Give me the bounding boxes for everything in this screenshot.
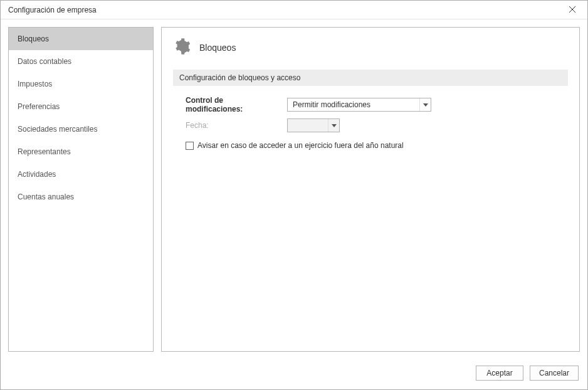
close-icon xyxy=(569,5,575,14)
control-modificaciones-value: Permitir modificaciones xyxy=(288,100,419,109)
avisar-checkbox-label[interactable]: Avisar en caso de acceder a un ejercicio… xyxy=(197,141,404,150)
titlebar: Configuración de empresa xyxy=(1,1,587,19)
content-area: Bloqueos Datos contables Impuestos Prefe… xyxy=(1,19,587,359)
control-modificaciones-select[interactable]: Permitir modificaciones xyxy=(287,98,431,112)
gear-icon xyxy=(173,38,191,57)
sidebar: Bloqueos Datos contables Impuestos Prefe… xyxy=(8,27,154,352)
row-control-modificaciones: Control de modificaciones: Permitir modi… xyxy=(173,96,568,113)
cancel-button[interactable]: Cancelar xyxy=(530,366,579,381)
window-title: Configuración de empresa xyxy=(8,6,97,14)
accept-button[interactable]: Aceptar xyxy=(476,366,523,381)
dialog-window: Configuración de empresa Bloqueos Datos … xyxy=(0,0,588,390)
fecha-select[interactable] xyxy=(287,119,340,132)
footer: Aceptar Cancelar xyxy=(1,359,587,389)
close-button[interactable] xyxy=(562,1,582,19)
panel-title: Bloqueos xyxy=(199,43,236,53)
fecha-label: Fecha: xyxy=(186,121,280,130)
sidebar-item-preferencias[interactable]: Preferencias xyxy=(9,95,153,118)
row-avisar-checkbox: Avisar en caso de acceder a un ejercicio… xyxy=(173,141,568,150)
sidebar-item-datos-contables[interactable]: Datos contables xyxy=(9,50,153,73)
main-panel: Bloqueos Configuración de bloqueos y acc… xyxy=(161,27,580,352)
row-fecha: Fecha: xyxy=(173,119,568,132)
sidebar-item-representantes[interactable]: Representantes xyxy=(9,140,153,163)
avisar-checkbox[interactable] xyxy=(186,142,194,150)
panel-header: Bloqueos xyxy=(173,38,568,57)
sidebar-item-bloqueos[interactable]: Bloqueos xyxy=(9,28,153,50)
sidebar-item-sociedades-mercantiles[interactable]: Sociedades mercantiles xyxy=(9,118,153,140)
sidebar-item-impuestos[interactable]: Impuestos xyxy=(9,73,153,95)
chevron-down-icon xyxy=(419,98,431,111)
sidebar-item-cuentas-anuales[interactable]: Cuentas anuales xyxy=(9,186,153,208)
sidebar-item-actividades[interactable]: Actividades xyxy=(9,163,153,186)
chevron-down-icon xyxy=(328,119,339,132)
control-modificaciones-label: Control de modificaciones: xyxy=(186,96,280,113)
section-header: Configuración de bloqueos y acceso xyxy=(173,70,568,86)
